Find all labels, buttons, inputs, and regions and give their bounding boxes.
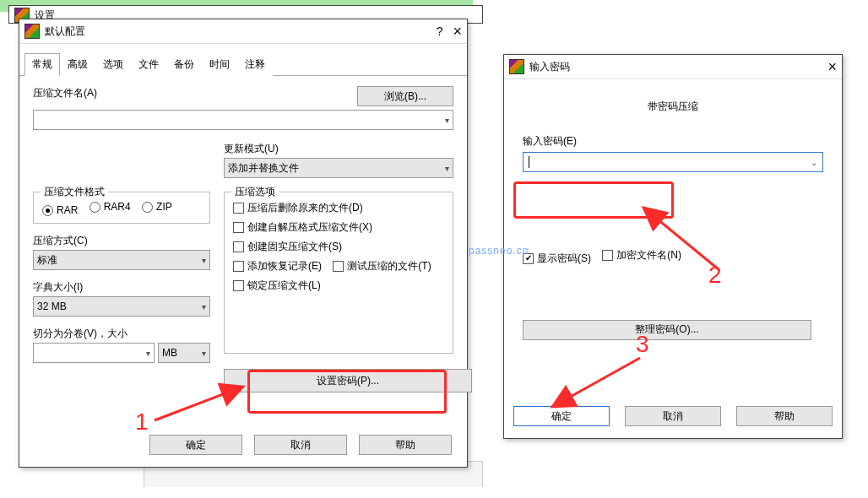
opt-label: 测试压缩的文件(T) [347, 259, 431, 273]
checkbox-icon [233, 280, 244, 291]
window-title: 输入密码 [529, 60, 570, 74]
tab-advanced[interactable]: 高级 [60, 53, 95, 76]
help-icon[interactable]: ? [437, 25, 443, 37]
window-title: 默认配置 [45, 24, 85, 39]
opt-solid[interactable]: 创建固实压缩文件(S) [233, 240, 342, 254]
tab-general[interactable]: 常规 [24, 53, 60, 76]
cancel-button[interactable]: 取消 [254, 435, 347, 455]
checkbox-icon [523, 253, 534, 264]
update-mode-label: 更新模式(U) [224, 142, 453, 156]
text-caret [529, 156, 529, 168]
format-rar-label: RAR [57, 204, 78, 216]
set-password-button[interactable]: 设置密码(P)... [224, 369, 472, 392]
dict-label: 字典大小(I) [33, 280, 210, 295]
password-subtitle: 带密码压缩 [523, 100, 823, 114]
checkbox-icon [233, 241, 244, 252]
tab-files[interactable]: 文件 [131, 53, 166, 76]
encrypt-names-check[interactable]: 加密文件名(N) [602, 248, 681, 263]
opt-label: 添加恢复记录(E) [247, 259, 322, 273]
chevron-down-icon: ▾ [202, 349, 206, 358]
help-button[interactable]: 帮助 [359, 435, 452, 455]
ok-button[interactable]: 确定 [513, 406, 610, 426]
options-group: 压缩选项 压缩后删除原来的文件(D) 创建自解压格式压缩文件(X) 创建固实压缩… [224, 192, 453, 354]
titlebar: 输入密码 × [504, 55, 842, 79]
help-button[interactable]: 帮助 [736, 406, 833, 426]
chevron-down-icon: ▾ [202, 256, 206, 265]
radio-icon [42, 205, 53, 216]
opt-recovery[interactable]: 添加恢复记录(E) [233, 259, 322, 273]
tab-time[interactable]: 时间 [202, 53, 237, 76]
tab-comment[interactable]: 注释 [237, 53, 273, 76]
show-password-check[interactable]: 显示密码(S) [523, 252, 591, 266]
volume-unit-value: MB [162, 347, 177, 359]
set-password-label: 设置密码(P)... [317, 374, 379, 388]
cancel-button[interactable]: 取消 [625, 406, 721, 426]
browse-button[interactable]: 浏览(B)... [357, 86, 453, 106]
close-icon[interactable]: × [453, 25, 462, 37]
format-rar4[interactable]: RAR4 [90, 201, 131, 213]
checkbox-icon [233, 222, 244, 233]
password-window: 输入密码 × 带密码压缩 输入密码(E) ⌄ 显示密码(S) 加密文件名(N) … [503, 54, 843, 439]
ok-button[interactable]: 确定 [149, 435, 242, 455]
update-mode-value: 添加并替换文件 [228, 161, 299, 176]
organize-label: 整理密码(O)... [635, 322, 698, 337]
ok-label: 确定 [551, 409, 572, 424]
dict-select[interactable]: 32 MB ▾ [33, 296, 210, 317]
chevron-down-icon: ⌄ [811, 158, 817, 167]
radio-icon [142, 202, 153, 213]
opt-lock[interactable]: 锁定压缩文件(L) [233, 279, 321, 293]
help-label: 帮助 [395, 438, 415, 452]
method-value: 标准 [37, 253, 57, 268]
volume-label: 切分为分卷(V)，大小 [33, 327, 210, 341]
footer-buttons: 确定 取消 帮助 [149, 435, 452, 455]
cancel-label: 取消 [290, 438, 311, 452]
method-label: 压缩方式(C) [33, 234, 210, 248]
format-zip-label: ZIP [156, 201, 172, 213]
cancel-label: 取消 [663, 409, 683, 424]
ok-label: 确定 [186, 438, 206, 452]
format-zip[interactable]: ZIP [142, 201, 172, 213]
filename-input[interactable]: ▾ [33, 110, 453, 130]
checkbox-icon [233, 203, 244, 214]
checkbox-icon [233, 261, 244, 272]
tab-options[interactable]: 选项 [95, 53, 131, 76]
browse-button-label: 浏览(B)... [384, 89, 426, 104]
help-label: 帮助 [774, 409, 795, 424]
opt-delete-after[interactable]: 压缩后删除原来的文件(D) [233, 201, 363, 215]
volume-size-input[interactable]: ▾ [33, 343, 155, 363]
titlebar: 默认配置 ? × [19, 19, 467, 44]
close-icon[interactable]: × [827, 61, 837, 73]
opt-label: 创建固实压缩文件(S) [247, 240, 342, 254]
format-rar[interactable]: RAR [42, 204, 78, 216]
chevron-down-icon: ▾ [445, 116, 449, 125]
checkbox-icon [602, 250, 613, 261]
encrypt-names-label: 加密文件名(N) [616, 248, 681, 263]
chevron-down-icon: ▾ [146, 349, 150, 358]
password-input[interactable]: ⌄ [523, 152, 823, 172]
format-group: 压缩文件格式 RAR RAR4 ZIP [33, 192, 210, 224]
password-field-label: 输入密码(E) [523, 134, 823, 149]
dict-value: 32 MB [37, 300, 67, 312]
app-icon [24, 24, 40, 39]
method-select[interactable]: 标准 ▾ [33, 250, 210, 270]
organize-passwords-button[interactable]: 整理密码(O)... [523, 320, 811, 340]
opt-sfx[interactable]: 创建自解压格式压缩文件(X) [233, 220, 372, 235]
tab-backup[interactable]: 备份 [166, 53, 202, 76]
app-icon [509, 59, 524, 74]
format-group-title: 压缩文件格式 [41, 185, 108, 199]
radio-icon [90, 202, 100, 213]
show-password-label: 显示密码(S) [537, 252, 591, 266]
opt-label: 压缩后删除原来的文件(D) [247, 201, 363, 215]
options-group-title: 压缩选项 [231, 185, 279, 199]
update-mode-select[interactable]: 添加并替换文件 ▾ [224, 158, 453, 178]
opt-label: 创建自解压格式压缩文件(X) [247, 220, 372, 235]
opt-test[interactable]: 测试压缩的文件(T) [333, 259, 431, 273]
opt-label: 锁定压缩文件(L) [247, 279, 321, 293]
checkbox-icon [333, 261, 344, 272]
chevron-down-icon: ▾ [202, 302, 206, 311]
footer-buttons: 确定 取消 帮助 [504, 406, 842, 426]
volume-unit-select[interactable]: MB ▾ [158, 343, 210, 363]
chevron-down-icon: ▾ [445, 164, 449, 173]
default-config-window: 默认配置 ? × 常规 高级 选项 文件 备份 时间 注释 压缩文件名(A) 浏… [19, 19, 468, 468]
filename-label: 压缩文件名(A) [33, 86, 349, 100]
